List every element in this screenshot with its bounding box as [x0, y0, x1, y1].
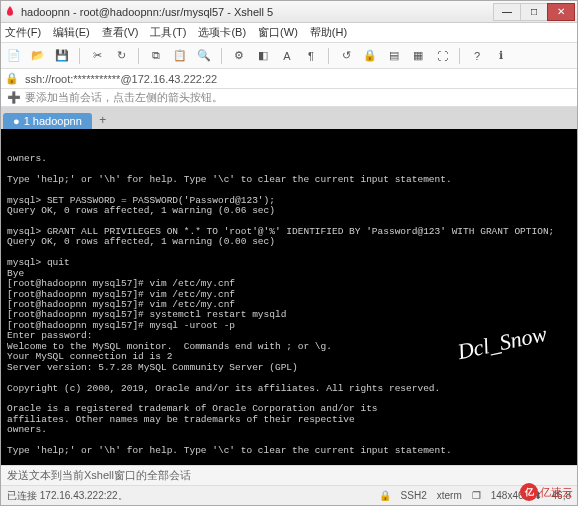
menu-file[interactable]: 文件(F): [5, 25, 41, 40]
toolbar-separator: [221, 48, 222, 64]
window-buttons: — □ ✕: [494, 3, 575, 21]
font-icon[interactable]: A: [278, 47, 296, 65]
toolbar: 📄 📂 💾 ✂ ↻ ⧉ 📋 🔍 ⚙ ◧ A ¶ ↺ 🔒 ▤ ▦ ⛶ ? ℹ: [1, 43, 577, 69]
status-connection: 已连接 172.16.43.222:22。: [7, 489, 369, 503]
ssh-lock-icon: 🔒: [5, 72, 19, 85]
status-term: xterm: [437, 490, 462, 501]
logo-badge: 亿: [520, 483, 538, 501]
fullscreen-icon[interactable]: ⛶: [433, 47, 451, 65]
window-title: hadoopnn - root@hadoopnn:/usr/mysql57 - …: [21, 6, 494, 18]
minimize-button[interactable]: —: [493, 3, 521, 21]
help-icon[interactable]: ?: [468, 47, 486, 65]
status-size: 148x46: [491, 490, 524, 501]
cascade-icon[interactable]: ▤: [385, 47, 403, 65]
status-ssh: SSH2: [401, 490, 427, 501]
close-button[interactable]: ✕: [547, 3, 575, 21]
hint-bar: ➕ 要添加当前会话，点击左侧的箭头按钮。: [1, 89, 577, 107]
paste-icon[interactable]: 📋: [171, 47, 189, 65]
toolbar-separator: [138, 48, 139, 64]
new-session-icon[interactable]: 📄: [5, 47, 23, 65]
add-session-icon[interactable]: ➕: [7, 91, 21, 104]
toolbar-separator: [79, 48, 80, 64]
tab-add-button[interactable]: +: [94, 111, 112, 129]
props-icon[interactable]: ⚙: [230, 47, 248, 65]
tab-hadoopnn[interactable]: ● 1 hadoopnn: [3, 113, 92, 129]
hint-text: 要添加当前会话，点击左侧的箭头按钮。: [25, 90, 223, 105]
find-icon[interactable]: 🔍: [195, 47, 213, 65]
copy-icon[interactable]: ⧉: [147, 47, 165, 65]
status-lock-icon: 🔒: [379, 490, 391, 501]
app-flame-icon: [3, 5, 17, 19]
tile-icon[interactable]: ▦: [409, 47, 427, 65]
disconnect-icon[interactable]: ✂: [88, 47, 106, 65]
address-input[interactable]: [23, 71, 573, 87]
tab-dot-icon: ●: [13, 115, 20, 127]
menu-tools[interactable]: 工具(T): [150, 25, 186, 40]
menu-window[interactable]: 窗口(W): [258, 25, 298, 40]
tab-bar: ● 1 hadoopnn +: [1, 107, 577, 129]
menu-view[interactable]: 查看(V): [102, 25, 139, 40]
encode-icon[interactable]: ¶: [302, 47, 320, 65]
terminal[interactable]: owners. Type 'help;' or '\h' for help. T…: [1, 129, 577, 465]
about-icon[interactable]: ℹ: [492, 47, 510, 65]
terminal-output: owners. Type 'help;' or '\h' for help. T…: [7, 154, 571, 465]
logo-text: 亿速云: [540, 485, 573, 500]
open-icon[interactable]: 📂: [29, 47, 47, 65]
titlebar: hadoopnn - root@hadoopnn:/usr/mysql57 - …: [1, 1, 577, 23]
command-bar[interactable]: 发送文本到当前Xshell窗口的全部会话: [1, 465, 577, 485]
menu-help[interactable]: 帮助(H): [310, 25, 347, 40]
status-bar: 已连接 172.16.43.222:22。 🔒 SSH2 xterm ❐ 148…: [1, 485, 577, 505]
address-bar: 🔒: [1, 69, 577, 89]
menu-edit[interactable]: 编辑(E): [53, 25, 90, 40]
maximize-button[interactable]: □: [520, 3, 548, 21]
menu-tabs[interactable]: 选项卡(B): [198, 25, 246, 40]
save-icon[interactable]: 💾: [53, 47, 71, 65]
status-win-icon: ❐: [472, 490, 481, 501]
app-window: hadoopnn - root@hadoopnn:/usr/mysql57 - …: [0, 0, 578, 506]
refresh-icon[interactable]: ↺: [337, 47, 355, 65]
lock-icon[interactable]: 🔒: [361, 47, 379, 65]
tab-label: 1 hadoopnn: [24, 115, 82, 127]
toolbar-separator: [459, 48, 460, 64]
toolbar-separator: [328, 48, 329, 64]
menubar: 文件(F) 编辑(E) 查看(V) 工具(T) 选项卡(B) 窗口(W) 帮助(…: [1, 23, 577, 43]
vendor-logo: 亿 亿速云: [520, 482, 574, 502]
reconnect-icon[interactable]: ↻: [112, 47, 130, 65]
color-icon[interactable]: ◧: [254, 47, 272, 65]
